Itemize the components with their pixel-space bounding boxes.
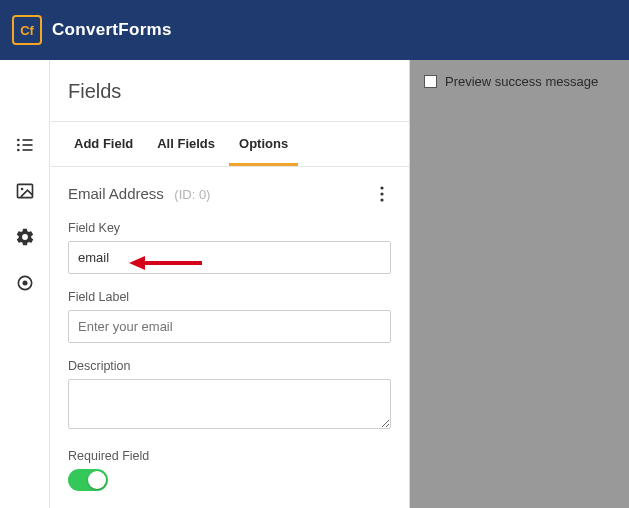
tab-all-fields[interactable]: All Fields (147, 122, 225, 166)
field-label-input[interactable] (68, 310, 391, 343)
main-content: Fields Add Field All Fields Options Emai… (0, 60, 629, 508)
tab-add-field[interactable]: Add Field (64, 122, 143, 166)
svg-point-11 (380, 192, 383, 195)
brand-name: ConvertForms (52, 20, 172, 40)
svg-point-0 (17, 139, 20, 142)
logo-icon: Cf (12, 15, 42, 45)
gear-icon[interactable] (15, 227, 35, 247)
preview-success-row: Preview success message (424, 74, 615, 89)
panel-title: Fields (50, 60, 409, 122)
panel-tabs: Add Field All Fields Options (50, 122, 409, 167)
svg-point-10 (380, 186, 383, 189)
kebab-menu-icon[interactable] (373, 185, 391, 203)
svg-point-4 (17, 149, 20, 152)
description-textarea[interactable] (68, 379, 391, 429)
app-header: Cf ConvertForms (0, 0, 629, 60)
svg-point-12 (380, 198, 383, 201)
preview-success-label: Preview success message (445, 74, 598, 89)
svg-point-2 (17, 144, 20, 147)
field-title: Email Address (68, 185, 164, 202)
svg-rect-6 (17, 184, 32, 197)
svg-point-9 (22, 281, 27, 286)
target-icon[interactable] (15, 273, 35, 293)
fields-panel: Fields Add Field All Fields Options Emai… (50, 60, 410, 508)
field-editor: Email Address (ID: 0) Field Key Field La… (50, 167, 409, 501)
field-key-label: Field Key (68, 221, 391, 235)
field-id-label: (ID: 0) (174, 187, 210, 202)
preview-success-checkbox[interactable] (424, 75, 437, 88)
sidebar-rail (0, 60, 50, 508)
svg-point-7 (20, 188, 22, 191)
brand-logo: Cf ConvertForms (12, 15, 172, 45)
field-label-label: Field Label (68, 290, 391, 304)
required-toggle[interactable] (68, 469, 108, 491)
preview-area: Preview success message (410, 60, 629, 508)
fields-list-icon[interactable] (15, 135, 35, 155)
required-field-label: Required Field (68, 449, 391, 463)
field-key-input[interactable] (68, 241, 391, 274)
field-header: Email Address (ID: 0) (68, 185, 391, 203)
tab-options[interactable]: Options (229, 122, 298, 166)
description-label: Description (68, 359, 391, 373)
image-icon[interactable] (15, 181, 35, 201)
